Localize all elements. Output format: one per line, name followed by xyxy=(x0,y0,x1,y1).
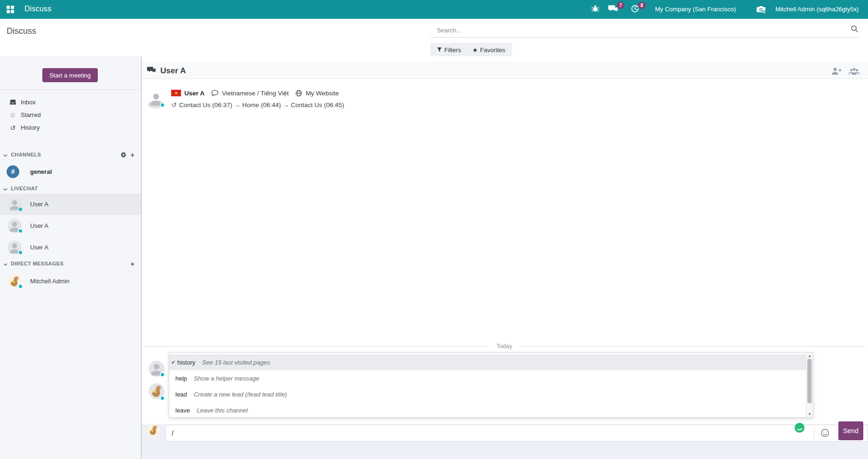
avatar xyxy=(147,424,160,437)
favorites-button[interactable]: ★ Favorites xyxy=(472,47,505,54)
search-input[interactable] xyxy=(437,24,836,36)
messages-badge: 7 xyxy=(617,2,624,9)
date-divider: Today xyxy=(143,342,865,350)
chevron-down-icon xyxy=(3,184,8,193)
sidebar-item-inbox[interactable]: Inbox xyxy=(0,96,141,109)
command-suggestion-dropdown: ✔ history See 15 last visited pages help… xyxy=(169,352,813,418)
message-composer: Send xyxy=(142,424,868,459)
guest-avatar-icon xyxy=(795,423,805,433)
top-navbar: Discuss 7 8 My Company (San Francisco) M… xyxy=(0,0,868,19)
add-direct-message-icon[interactable]: + xyxy=(130,260,134,267)
command-description: See 15 last visited pages xyxy=(202,359,270,366)
sidebar-divider xyxy=(0,89,141,90)
sidebar-livechat-user-a-1[interactable]: User A xyxy=(0,194,141,215)
command-name: leave xyxy=(175,407,190,414)
favorites-label: Favorites xyxy=(480,47,505,54)
command-option-history[interactable]: ✔ history See 15 last visited pages xyxy=(169,354,813,370)
composer-divider xyxy=(814,427,814,439)
speech-bubble-icon xyxy=(211,90,219,96)
thread-title: User A xyxy=(160,66,186,76)
visit-history-text: Contact Us (06:37) → Home (06:44) → Cont… xyxy=(179,101,344,109)
sidebar-channel-general[interactable]: # general xyxy=(0,163,141,180)
chevron-down-icon xyxy=(3,150,8,159)
command-description: Leave this channel xyxy=(197,407,248,414)
star-outline-icon: ☆ xyxy=(8,111,17,119)
command-option-leave[interactable]: leave Leave this channel xyxy=(169,402,813,418)
emoji-icon[interactable] xyxy=(821,428,829,437)
bug-icon xyxy=(591,4,600,15)
scroll-down-icon[interactable]: ▼ xyxy=(806,412,813,416)
screenshot-camera-icon[interactable] xyxy=(752,0,771,19)
dm-user-label: Mitchell Admin xyxy=(30,278,70,285)
sidebar-dm-mitchell-admin[interactable]: Mitchell Admin xyxy=(0,271,141,292)
message-input[interactable] xyxy=(166,425,868,442)
sidebar-item-history[interactable]: ↺ History xyxy=(0,121,141,134)
star-icon: ★ xyxy=(472,47,478,54)
inbox-icon xyxy=(8,99,17,105)
online-status-dot xyxy=(160,102,165,108)
online-status-dot xyxy=(18,207,23,212)
online-status-dot xyxy=(18,250,23,255)
sidebar-item-starred[interactable]: ☆ Starred xyxy=(0,109,141,121)
starred-label: Starred xyxy=(21,111,41,118)
sidebar-livechat-user-a-2[interactable]: User A xyxy=(0,215,141,237)
activities-menu-button[interactable]: 8 xyxy=(626,0,644,19)
sidebar-livechat-user-a-3[interactable]: User A xyxy=(0,237,141,258)
channels-section-header[interactable]: CHANNELS + xyxy=(0,148,141,161)
dropdown-scrollbar[interactable]: ▲ ▼ xyxy=(806,353,813,417)
funnel-icon xyxy=(437,47,442,54)
date-divider-label: Today xyxy=(490,343,519,350)
search-icon[interactable] xyxy=(851,25,859,35)
thread-header: User A xyxy=(142,62,868,79)
gear-icon[interactable] xyxy=(120,152,126,158)
livechat-section-header[interactable]: LIVECHAT xyxy=(0,182,141,194)
control-panel: Discuss Filters ★ Favorites xyxy=(0,19,868,56)
command-description: Show a helper message xyxy=(194,375,259,382)
flag-star: ★ xyxy=(174,91,178,95)
company-switcher[interactable]: My Company (San Francisco) xyxy=(650,0,741,19)
add-channel-icon[interactable]: + xyxy=(130,151,134,158)
checkmark-icon: ✔ xyxy=(171,354,175,370)
search-options-bar: Filters ★ Favorites xyxy=(430,43,512,57)
messages-menu-button[interactable]: 7 xyxy=(604,0,623,19)
message-author[interactable]: User A xyxy=(184,90,205,97)
livechat-user-label: User A xyxy=(30,222,48,229)
apps-menu-icon[interactable] xyxy=(7,6,14,13)
message: ★ User A Vietnamese / Tiếng Việt My Webs… xyxy=(148,90,165,109)
mailbox-list: Inbox ☆ Starred ↺ History xyxy=(0,96,141,134)
direct-messages-section-header[interactable]: DIRECT MESSAGES + xyxy=(0,257,141,270)
command-name: history xyxy=(177,359,195,366)
hash-icon: # xyxy=(7,165,19,178)
filters-button[interactable]: Filters xyxy=(437,47,461,54)
members-group-icon[interactable] xyxy=(849,67,860,75)
debug-button[interactable] xyxy=(587,0,604,19)
command-option-help[interactable]: help Show a helper message xyxy=(169,370,813,386)
app-title[interactable]: Discuss xyxy=(24,5,51,13)
command-name: lead xyxy=(175,391,187,398)
thread-area: User A ★ User A Vietnamese / Tiếng Việt … xyxy=(142,56,868,459)
command-description: Create a new lead (/lead lead title) xyxy=(194,391,287,398)
thread-chat-icon xyxy=(147,66,156,76)
direct-messages-title: DIRECT MESSAGES xyxy=(11,261,63,266)
discuss-app: Discuss 7 8 My Company (San Francisco) M… xyxy=(0,0,868,459)
history-icon: ↺ xyxy=(171,101,177,109)
add-user-icon[interactable] xyxy=(831,67,842,75)
livechat-user-label: User A xyxy=(30,201,48,208)
start-meeting-button[interactable]: Start a meeting xyxy=(42,68,98,82)
search-bar xyxy=(430,23,860,38)
scroll-up-icon[interactable]: ▲ xyxy=(806,354,813,358)
chevron-down-icon xyxy=(3,259,8,268)
visitor-language: Vietnamese / Tiếng Việt xyxy=(222,90,289,97)
inbox-label: Inbox xyxy=(21,99,36,106)
discuss-sidebar: Start a meeting Inbox ☆ Starred ↺ Histor… xyxy=(0,56,142,459)
breadcrumb: Discuss xyxy=(7,26,36,36)
activities-badge: 8 xyxy=(638,2,646,9)
command-option-lead[interactable]: lead Create a new lead (/lead lead title… xyxy=(169,386,813,402)
online-status-dot xyxy=(18,284,23,289)
online-status-dot xyxy=(160,396,165,401)
livechat-user-label: User A xyxy=(30,244,48,251)
user-menu[interactable]: Mitchell Admin (sq6ha26gty5x) xyxy=(771,0,863,19)
scrollbar-thumb[interactable] xyxy=(807,359,812,403)
send-button[interactable]: Send xyxy=(838,421,863,440)
vietnam-flag-icon: ★ xyxy=(171,90,181,96)
